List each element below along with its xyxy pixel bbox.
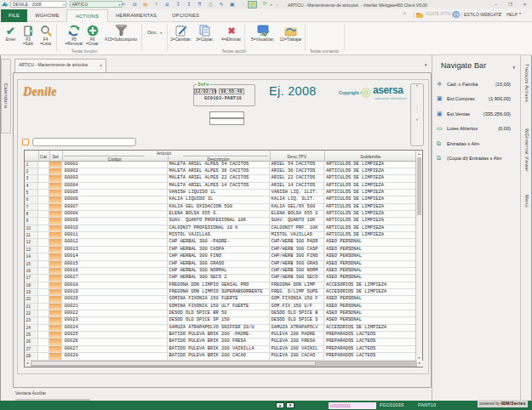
subfamilia-cell[interactable]: ARTICULOS DE LIMPIEZA bbox=[324, 190, 416, 196]
subfamilia-cell[interactable]: ASEO PERSONAL bbox=[324, 261, 416, 267]
sel-cell[interactable] bbox=[49, 261, 62, 267]
navigate-bar-item[interactable]: ▣ Est.Ventas (335.256,00) bbox=[437, 110, 512, 120]
table-row[interactable]: 4 00004 MALETA ARIEL ALPES 14 CACITOS AR… bbox=[25, 183, 417, 190]
sel-cell[interactable] bbox=[49, 304, 62, 310]
desc-tpv-cell[interactable]: CALGONIT PRF. 10K bbox=[270, 225, 325, 231]
table-row[interactable]: 24 00024 GAMUZA ATRAPAPOLVO SNIFFER 20/U… bbox=[25, 325, 417, 332]
cat-cell[interactable] bbox=[38, 218, 49, 224]
horizontal-scrollbar-thumb[interactable] bbox=[31, 361, 316, 366]
codigo-cell[interactable]: 00017 bbox=[62, 275, 168, 281]
descripcion-cell[interactable]: CHP HERBAL 300 FINO bbox=[168, 253, 270, 259]
help-menu[interactable]: HELP bbox=[506, 12, 518, 17]
sel-cell[interactable] bbox=[49, 175, 62, 181]
table-row[interactable]: 17 00017 CHP HERBAL 300 SECO 2 CHP/HERB … bbox=[25, 275, 417, 282]
table-row[interactable]: 22 00022 DESOD OLD SPICE BR 50 DESOD OLD… bbox=[25, 310, 417, 317]
descripcion-cell[interactable]: CHP HERBAL 300 GRASO bbox=[168, 261, 270, 267]
subfamilia-cell[interactable]: PREPARADOS LACTEOS bbox=[324, 353, 416, 359]
xgate-attn-label[interactable]: XGATE ATTN bbox=[426, 12, 450, 16]
codigo-cell[interactable]: 00024 bbox=[62, 325, 168, 331]
subfamilia-cell[interactable]: ARTICULOS DE LIMPIEZA bbox=[324, 196, 416, 202]
codigo-cell[interactable]: 00005 bbox=[62, 190, 168, 196]
close-button[interactable]: × bbox=[519, 1, 530, 8]
descripcion-cell[interactable]: BATIDO PULEVA BRIK 200 -PADRE- bbox=[168, 332, 270, 338]
move-up-icon[interactable]: ⇈ bbox=[194, 1, 205, 9]
table-row[interactable]: 25 00025 BATIDO PULEVA BRIK 200 -PADRE- … bbox=[25, 332, 417, 339]
codigo-cell[interactable]: 00009 bbox=[62, 218, 168, 224]
codigo-cell[interactable]: 00010 bbox=[62, 225, 168, 231]
sel-cell[interactable] bbox=[49, 247, 62, 253]
subfamilia-cell[interactable]: PREPARADOS LACTEOS bbox=[324, 346, 416, 352]
desc-tpv-cell[interactable]: KALIA GEL/OX 500 bbox=[270, 204, 325, 210]
table-row[interactable]: 23 00023 DESOD OLD SPICE SP 150 DESOD OL… bbox=[25, 317, 417, 324]
desc-tpv-cell[interactable]: ARIEL 22 CACITOS bbox=[270, 175, 325, 181]
sel-cell[interactable] bbox=[49, 268, 62, 274]
desc-tpv-cell[interactable]: ELENA BOLSA 655 G bbox=[270, 211, 325, 217]
table-row[interactable]: 8 00008 ELENA BOLSA 655 G. ELENA BOLSA 6… bbox=[25, 211, 417, 218]
descripcion-cell[interactable]: ELENA BOLSA 655 G. bbox=[168, 211, 270, 217]
sel-cell[interactable] bbox=[49, 310, 62, 316]
codigo-cell[interactable]: 00011 bbox=[62, 232, 168, 238]
cat-cell[interactable] bbox=[38, 339, 49, 345]
sel-cell[interactable] bbox=[49, 211, 62, 217]
table-row[interactable]: 21 00021 GOMINA FIXONIA 150 ULT FUERTE G… bbox=[25, 304, 417, 310]
sel-cell[interactable] bbox=[49, 196, 62, 202]
subfamilia-cell[interactable]: ARTICULOS DE LIMPIEZA bbox=[324, 232, 416, 238]
table-row[interactable]: 7 00007 KALIA GEL OXIDACION 500 KALIA GE… bbox=[25, 204, 417, 211]
table-row[interactable]: 28 00028 BATIDO PULEVA BRIK 200 CACAO PU… bbox=[25, 353, 417, 360]
table-row[interactable]: 6 00006 KALIA LIQUIDO 3L KALIA LIQ. 3LIT… bbox=[25, 196, 417, 203]
header-subfamilia[interactable]: Subfamilia bbox=[324, 154, 416, 159]
copiar-button[interactable]: 3=Copiar, bbox=[194, 24, 215, 42]
sel-cell[interactable] bbox=[49, 346, 62, 352]
codigo-cell[interactable]: 00022 bbox=[62, 310, 168, 316]
tab-herramientas[interactable]: HERRAMIENTAS bbox=[111, 9, 162, 22]
desc-tpv-cell[interactable]: GAMUZA ATRAPAPOLV bbox=[270, 325, 325, 331]
codigo-cell[interactable]: 00027 bbox=[62, 346, 168, 352]
desc-tpv-cell[interactable]: KALIA LIQ. 3LIT. bbox=[270, 196, 325, 202]
desc-tpv-cell[interactable]: ARIEL 54 CACITOS bbox=[270, 162, 325, 168]
descripcion-cell[interactable]: DESOD OLD SPICE BR 50 bbox=[168, 310, 270, 316]
desc-tpv-cell[interactable]: PULEVA 200 CACAO bbox=[270, 353, 325, 359]
cat-cell[interactable] bbox=[38, 232, 49, 238]
desc-tpv-cell[interactable]: CHP/HERB 300 CASP bbox=[270, 247, 325, 253]
codigo-cell[interactable]: 00023 bbox=[62, 317, 168, 323]
navigate-bar-item[interactable]: ▭ Lotes Abiertos (0,00) bbox=[437, 124, 512, 134]
cat-cell[interactable] bbox=[38, 239, 49, 245]
descripcion-cell[interactable]: GAMUZA ATRAPAPOLVO SNIFFER 20/U bbox=[168, 325, 270, 331]
collapsed-side-toolbar[interactable]: ▾ ⋮ « bbox=[410, 83, 424, 146]
table-row[interactable]: 5 00005 VANISH LIQUIDO 1L VANISH LIQ. 1L… bbox=[25, 190, 417, 196]
desc-tpv-cell[interactable]: MISTOL VAJILLAS bbox=[270, 232, 325, 238]
remove-up-icon[interactable]: ↥ bbox=[184, 1, 195, 9]
descripcion-cell[interactable]: GOMINA FIXONIA 150 FUERTE bbox=[168, 296, 270, 302]
filter-input[interactable] bbox=[32, 138, 136, 146]
desc-tpv-cell[interactable]: CHP/HERB 300 PADR bbox=[270, 239, 325, 245]
codigo-cell[interactable]: 00001 bbox=[62, 162, 168, 168]
codigo-cell[interactable]: 00004 bbox=[62, 183, 168, 189]
cat-cell[interactable] bbox=[38, 317, 49, 323]
subfamilia-cell[interactable]: ARTICULOS DE LIMPIEZA bbox=[324, 225, 416, 231]
sel-cell[interactable] bbox=[49, 289, 62, 295]
scroll-right-icon[interactable]: ► bbox=[417, 361, 423, 367]
subfamilia-cell[interactable]: ASEO PERSONAL bbox=[324, 310, 416, 316]
f4-lista-button[interactable]: F4 =Lista bbox=[37, 24, 54, 47]
descripcion-cell[interactable]: CHP HERBAL 300 SECO 2 bbox=[168, 275, 270, 281]
subfamilia-cell[interactable]: ASEO PERSONAL bbox=[324, 304, 416, 310]
sel-cell[interactable] bbox=[49, 218, 62, 224]
sel-cell[interactable] bbox=[49, 332, 62, 338]
codigo-cell[interactable]: 00002 bbox=[62, 168, 168, 174]
chevron-down-icon[interactable]: ▾ bbox=[500, 11, 501, 15]
descripcion-cell[interactable]: MALETA ARIEL ALPES 14 CACITOS bbox=[168, 183, 270, 189]
table-row[interactable]: 27 00027 BATIDO PULEVA BRIK 200 VAINILLA… bbox=[25, 346, 417, 353]
sel-cell[interactable] bbox=[49, 282, 62, 288]
subfamilia-cell[interactable]: ACCESORIOS DE LIMPIEZA bbox=[324, 325, 416, 331]
codigo-cell[interactable]: 00016 bbox=[62, 268, 168, 274]
cat-cell[interactable] bbox=[38, 304, 49, 310]
codigo-cell[interactable]: 00018 bbox=[62, 282, 168, 288]
close-tab-icon[interactable]: × bbox=[100, 60, 102, 71]
cat-cell[interactable] bbox=[38, 183, 49, 189]
descripcion-cell[interactable]: CHP HERBAL 300 -PADRE- bbox=[168, 239, 270, 245]
codigo-cell[interactable]: 00020 bbox=[62, 296, 168, 302]
cat-cell[interactable] bbox=[38, 204, 49, 210]
sel-cell[interactable] bbox=[49, 317, 62, 323]
cat-cell[interactable] bbox=[38, 268, 49, 274]
navigate-bar-item[interactable]: ❖ Cad. x Familia (15,00) bbox=[437, 80, 512, 90]
